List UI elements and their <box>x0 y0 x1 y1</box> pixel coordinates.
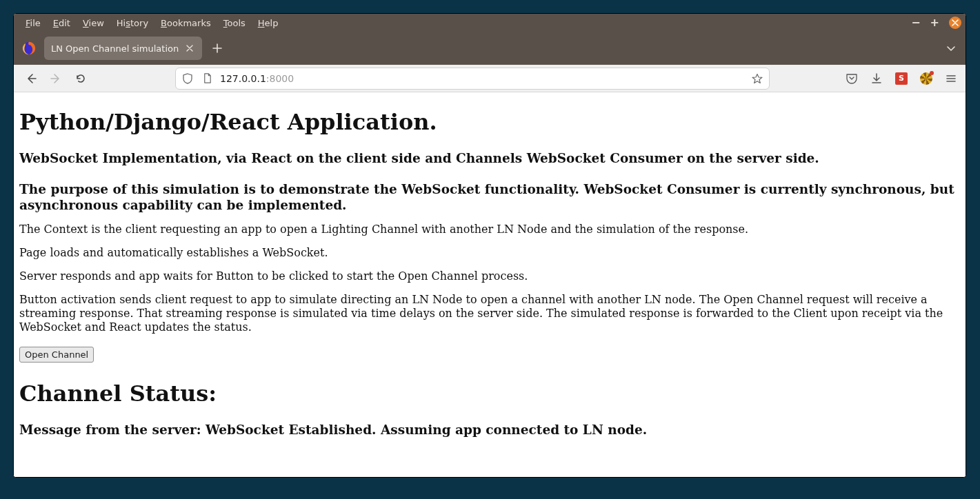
arrow-left-icon <box>26 73 37 84</box>
tab-strip: LN Open Channel simulation <box>14 32 966 65</box>
toolbar: 127.0.0.1:8000 S <box>14 65 966 92</box>
page-icon <box>202 73 212 83</box>
menu-history[interactable]: History <box>110 17 154 30</box>
subheading-implementation: WebSocket Implementation, via React on t… <box>19 150 960 166</box>
paragraph-load: Page loads and automatically establishes… <box>19 246 960 260</box>
menu-view[interactable]: View <box>77 17 110 30</box>
shield-icon <box>182 73 193 84</box>
cookie-icon <box>920 72 932 85</box>
forward-button[interactable] <box>46 68 66 89</box>
paragraph-server: Server responds and app waits for Button… <box>19 269 960 283</box>
menu-edit[interactable]: Edit <box>47 17 77 30</box>
new-tab-button[interactable] <box>208 39 227 58</box>
menu-help[interactable]: Help <box>252 17 285 30</box>
browser-window: File Edit View History Bookmarks Tools H… <box>13 13 966 478</box>
page-content: Python/Django/React Application. WebSock… <box>14 92 966 477</box>
chevron-down-icon <box>946 43 956 53</box>
paragraph-button-desc: Button activation sends client request t… <box>19 293 960 334</box>
status-heading: Channel Status: <box>19 380 960 407</box>
extension-noscript-button[interactable]: S <box>894 71 909 86</box>
star-icon <box>752 73 763 84</box>
url-host: 127.0.0.1 <box>220 73 266 84</box>
tabs-overflow-button[interactable] <box>943 41 959 56</box>
tab-active[interactable]: LN Open Channel simulation <box>44 37 202 60</box>
status-message: Message from the server: WebSocket Estab… <box>19 422 960 438</box>
close-icon <box>952 19 959 26</box>
reload-button[interactable] <box>70 68 91 89</box>
back-button[interactable] <box>21 68 41 89</box>
downloads-button[interactable] <box>869 71 884 86</box>
reload-icon <box>75 73 86 84</box>
close-button[interactable] <box>949 17 961 29</box>
extension-cookie-button[interactable] <box>919 71 934 86</box>
tab-close-button[interactable] <box>184 43 195 54</box>
menu-tools[interactable]: Tools <box>217 17 252 30</box>
close-icon <box>186 45 193 52</box>
minimize-button[interactable]: − <box>911 17 920 28</box>
menu-file[interactable]: File <box>19 17 47 30</box>
url-text[interactable]: 127.0.0.1:8000 <box>220 73 744 84</box>
url-port: :8000 <box>266 73 294 84</box>
page-title: Python/Django/React Application. <box>19 109 960 135</box>
arrow-right-icon <box>50 73 61 84</box>
menubar: File Edit View History Bookmarks Tools H… <box>14 14 966 32</box>
noscript-icon: S <box>895 72 908 85</box>
firefox-icon[interactable] <box>19 39 39 58</box>
pocket-button[interactable] <box>844 71 859 86</box>
subheading-purpose: The purpose of this simulation is to dem… <box>19 181 960 213</box>
plus-icon <box>212 43 222 53</box>
paragraph-context: The Context is the client requesting an … <box>19 223 960 236</box>
menu-bookmarks[interactable]: Bookmarks <box>154 17 217 30</box>
maximize-button[interactable]: + <box>930 17 939 28</box>
site-identity-button[interactable] <box>201 72 213 85</box>
tab-title: LN Open Channel simulation <box>51 43 179 54</box>
bookmark-button[interactable] <box>751 72 763 85</box>
hamburger-icon <box>945 72 957 85</box>
firefox-logo-icon <box>21 41 37 56</box>
app-menu-button[interactable] <box>943 71 959 86</box>
toolbar-right: S <box>844 71 959 86</box>
tracking-protection-button[interactable] <box>181 72 194 85</box>
pocket-icon <box>846 72 858 85</box>
open-channel-button[interactable]: Open Channel <box>19 347 94 363</box>
url-bar[interactable]: 127.0.0.1:8000 <box>175 68 770 90</box>
download-icon <box>870 72 883 85</box>
window-controls: − + <box>911 14 961 32</box>
